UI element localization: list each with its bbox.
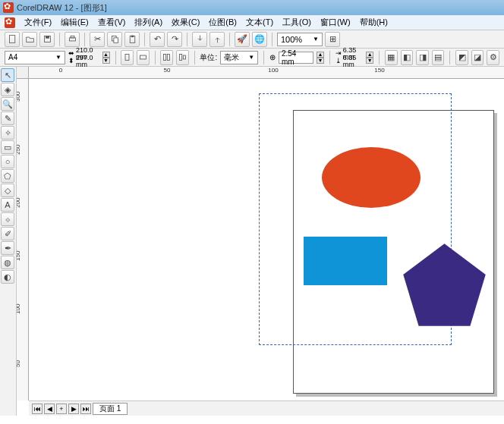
duplicate-offset: ⇥6.35 mm ⤓6.35 mm: [335, 50, 363, 65]
zoom-combo[interactable]: 100% ▼: [277, 33, 323, 46]
opt1-button[interactable]: ▦: [385, 50, 398, 65]
canvas[interactable]: [29, 79, 504, 400]
interactive-blend-tool[interactable]: ⟐: [1, 212, 14, 226]
pages-same-button[interactable]: [160, 50, 173, 65]
smart-draw-tool[interactable]: ✧: [1, 126, 14, 140]
height-icon: ⬍: [68, 58, 74, 64]
first-page-button[interactable]: ⏮: [32, 404, 43, 414]
menu-tools[interactable]: 工具(O): [279, 15, 314, 30]
units-combo[interactable]: 毫米 ▼: [220, 51, 258, 64]
dup-spinner[interactable]: ▲▼: [366, 52, 373, 64]
menu-view[interactable]: 查看(V): [95, 15, 129, 30]
text-tool[interactable]: A: [1, 198, 14, 212]
separator: [329, 51, 330, 64]
add-page-before-button[interactable]: +: [56, 404, 67, 414]
opt4-button[interactable]: ▤: [432, 50, 445, 65]
basic-shapes-tool[interactable]: ◇: [1, 184, 14, 197]
redo-button[interactable]: ↷: [167, 32, 182, 47]
svg-rect-14: [183, 55, 185, 59]
menu-text[interactable]: 文本(T): [243, 15, 276, 30]
zoom-value: 100%: [281, 35, 302, 44]
dropdown-arrow-icon: ▼: [55, 54, 61, 61]
separator: [449, 51, 450, 64]
ruler-origin[interactable]: [17, 67, 29, 79]
polygon-tool[interactable]: ⬠: [1, 169, 14, 183]
nudge-spinner[interactable]: ▲▼: [317, 52, 324, 64]
doc-system-icon[interactable]: [5, 17, 15, 28]
print-button[interactable]: [65, 32, 80, 47]
last-page-button[interactable]: ⏭: [80, 404, 91, 414]
svg-rect-11: [164, 54, 166, 60]
interactive-fill-tool[interactable]: ◐: [1, 270, 14, 284]
snap-button[interactable]: ⊞: [325, 32, 340, 47]
eyedropper-tool[interactable]: ✐: [1, 227, 14, 240]
opt5-button[interactable]: ◩: [455, 50, 468, 65]
opt2-button[interactable]: ◧: [401, 50, 414, 65]
dropdown-arrow-icon: ▼: [313, 36, 319, 42]
rectangle-tool[interactable]: ▭: [1, 140, 14, 154]
separator: [144, 33, 145, 46]
pick-tool[interactable]: ↖: [1, 68, 14, 82]
svg-rect-0: [9, 36, 14, 43]
open-button[interactable]: [22, 32, 37, 47]
shape-rectangle[interactable]: [304, 237, 387, 285]
svg-marker-15: [403, 243, 485, 325]
opt6-button[interactable]: ◪: [471, 50, 484, 65]
menu-edit[interactable]: 编辑(E): [58, 15, 92, 30]
menu-window[interactable]: 窗口(W): [317, 15, 354, 30]
fill-tool[interactable]: ◍: [1, 256, 14, 269]
options-button[interactable]: ⚙: [487, 50, 499, 65]
paper-size-combo[interactable]: A4 ▼: [5, 51, 65, 64]
ellipse-tool[interactable]: ○: [1, 155, 14, 168]
next-page-button[interactable]: ▶: [68, 404, 79, 414]
menu-bar: 文件(F) 编辑(E) 查看(V) 排列(A) 效果(C) 位图(B) 文本(T…: [0, 15, 504, 30]
page-dimensions: ⬌210.0 mm ⬍297.0 mm: [68, 50, 99, 65]
property-bar: A4 ▼ ⬌210.0 mm ⬍297.0 mm ▲▼ 单位: 毫米 ▼ ⊕ 2…: [0, 49, 504, 67]
horizontal-ruler[interactable]: 0 50 100 150: [29, 67, 504, 79]
cut-button[interactable]: ✂: [90, 32, 105, 47]
svg-rect-10: [140, 55, 146, 59]
separator: [194, 51, 195, 64]
menu-bitmap[interactable]: 位图(B): [206, 15, 240, 30]
landscape-button[interactable]: [137, 50, 150, 65]
page-tab[interactable]: 页面 1: [93, 403, 128, 415]
new-button[interactable]: [5, 32, 20, 47]
app-launcher-button[interactable]: 🚀: [235, 32, 250, 47]
svg-rect-13: [179, 54, 181, 60]
corel-online-button[interactable]: 🌐: [252, 32, 267, 47]
menu-arrange[interactable]: 排列(A): [131, 15, 165, 30]
export-button[interactable]: [209, 32, 225, 47]
menu-effects[interactable]: 效果(C): [169, 15, 203, 30]
window-title: CorelDRAW 12 - [图形1]: [17, 2, 107, 14]
opt3-button[interactable]: ◨: [416, 50, 429, 65]
save-button[interactable]: [39, 32, 55, 47]
separator: [187, 33, 187, 46]
undo-button[interactable]: ↶: [150, 32, 165, 47]
separator: [272, 33, 272, 46]
shape-ellipse[interactable]: [322, 147, 421, 208]
import-button[interactable]: [192, 32, 207, 47]
shape-pentagon[interactable]: [401, 242, 488, 328]
dup-y[interactable]: 6.35 mm: [343, 55, 363, 68]
drawing-area: 0 50 100 150 300 250 200 150 100 50 ⏮ ◀: [17, 67, 504, 416]
copy-button[interactable]: [107, 32, 122, 47]
prev-page-button[interactable]: ◀: [44, 404, 55, 414]
width-icon: ⬌: [68, 50, 74, 57]
outline-tool[interactable]: ✒: [1, 241, 14, 255]
menu-help[interactable]: 帮助(H): [357, 15, 391, 30]
separator: [263, 51, 264, 64]
vertical-ruler[interactable]: 300 250 200 150 100 50: [17, 79, 29, 400]
page-height[interactable]: 297.0 mm: [76, 55, 99, 68]
svg-rect-3: [69, 38, 75, 41]
freehand-tool[interactable]: ✎: [1, 111, 14, 125]
dim-spinner[interactable]: ▲▼: [102, 52, 110, 64]
menu-file[interactable]: 文件(F): [21, 15, 55, 30]
portrait-button[interactable]: [121, 50, 134, 65]
shape-tool[interactable]: ◈: [1, 83, 14, 96]
zoom-tool[interactable]: 🔍: [1, 97, 14, 111]
paste-button[interactable]: [124, 32, 140, 47]
svg-rect-4: [71, 36, 74, 37]
pages-diff-button[interactable]: [176, 50, 189, 65]
svg-rect-9: [125, 54, 129, 60]
nudge-input[interactable]: 2.54 mm: [279, 52, 313, 64]
